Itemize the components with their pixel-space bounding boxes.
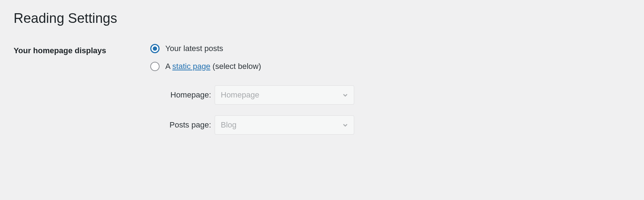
posts-page-select[interactable]: Blog [215, 115, 354, 135]
homepage-select[interactable]: Homepage [215, 85, 354, 105]
static-page-link[interactable]: static page [172, 62, 210, 71]
chevron-down-icon [342, 91, 349, 99]
radio-option-latest-posts[interactable]: Your latest posts [150, 44, 630, 53]
radio-label-latest-posts: Your latest posts [165, 44, 223, 53]
homepage-select-row: Homepage: Homepage [161, 85, 630, 105]
homepage-displays-content: Your latest posts A static page (select … [150, 44, 630, 145]
radio-option-static-page[interactable]: A static page (select below) [150, 62, 630, 71]
homepage-select-value: Homepage [221, 90, 259, 100]
radio-label-static-page: A static page (select below) [165, 62, 261, 71]
radio-button-latest-posts[interactable] [150, 44, 160, 53]
page-title: Reading Settings [14, 11, 630, 26]
static-page-suffix: (select below) [210, 62, 261, 71]
radio-button-static-page[interactable] [150, 62, 160, 71]
homepage-select-label: Homepage: [161, 90, 211, 100]
posts-page-select-row: Posts page: Blog [161, 115, 630, 135]
chevron-down-icon [342, 121, 349, 129]
posts-page-select-value: Blog [221, 120, 236, 130]
static-page-selects: Homepage: Homepage Posts page: Blog [161, 85, 630, 135]
static-page-prefix: A [165, 62, 172, 71]
homepage-displays-label: Your homepage displays [14, 44, 150, 55]
posts-page-select-label: Posts page: [161, 120, 211, 130]
homepage-displays-row: Your homepage displays Your latest posts… [14, 44, 630, 145]
